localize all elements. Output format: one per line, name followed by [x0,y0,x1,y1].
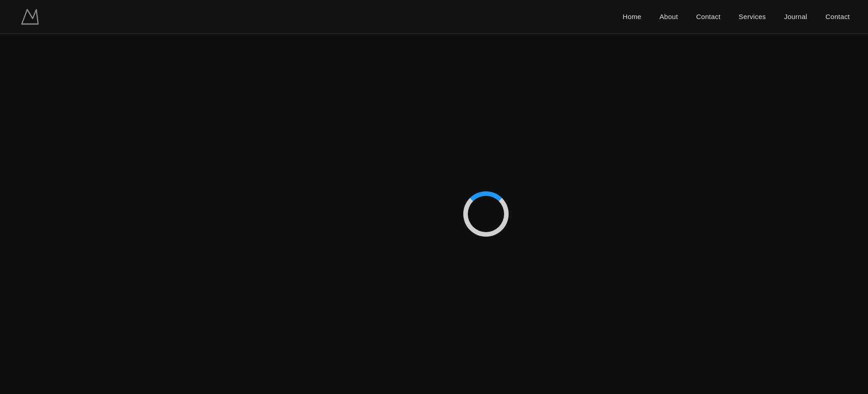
nav-link-contact-1[interactable]: Contact [696,13,721,20]
nav-item-contact-2[interactable]: Contact [825,13,850,21]
loading-spinner-container [463,191,509,237]
loading-spinner [463,191,509,237]
nav-link-journal[interactable]: Journal [784,13,807,20]
nav-link-services[interactable]: Services [739,13,766,20]
svg-marker-0 [22,10,38,24]
main-content [0,34,868,394]
nav-link-about[interactable]: About [659,13,678,20]
navbar: Home About Contact Services Journal Cont… [0,0,868,34]
nav-item-services[interactable]: Services [739,13,766,21]
nav-links: Home About Contact Services Journal Cont… [623,13,850,21]
logo-icon [18,6,40,28]
nav-item-contact-1[interactable]: Contact [696,13,721,21]
nav-link-home[interactable]: Home [623,13,641,20]
nav-item-home[interactable]: Home [623,13,641,21]
nav-item-journal[interactable]: Journal [784,13,807,21]
nav-link-contact-2[interactable]: Contact [825,13,850,20]
logo[interactable] [18,6,40,28]
nav-item-about[interactable]: About [659,13,678,21]
